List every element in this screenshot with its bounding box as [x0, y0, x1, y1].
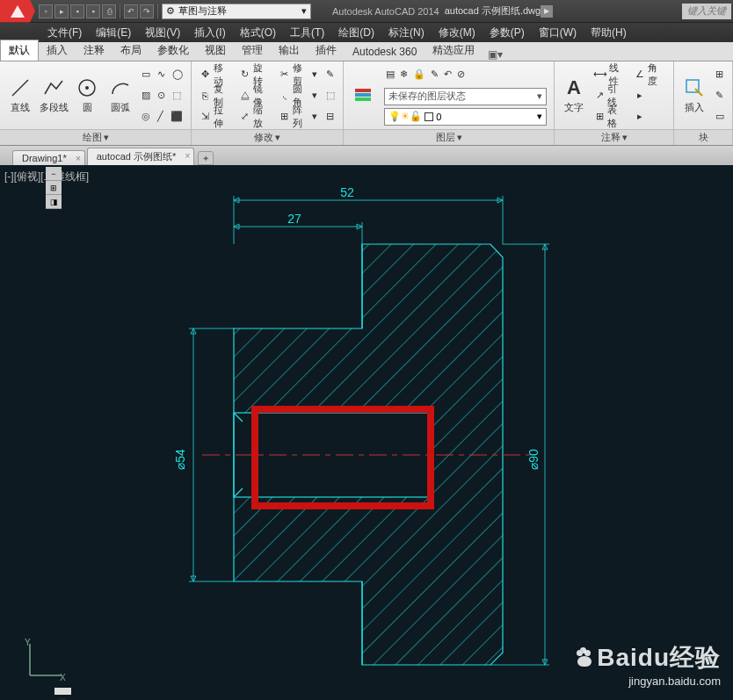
arc-button[interactable]: 圆弧: [104, 75, 137, 116]
leader-button[interactable]: ↗引线: [591, 86, 628, 105]
attr-block-icon[interactable]: ▭: [713, 107, 727, 126]
menu-tools[interactable]: 工具(T): [283, 25, 331, 40]
file-tab-drawing1[interactable]: Drawing1*×: [12, 150, 85, 165]
title-play-icon[interactable]: ▶: [541, 5, 553, 18]
qat-new-icon[interactable]: ▫: [39, 4, 53, 18]
linear-dim-button[interactable]: ⟷线性: [591, 65, 628, 84]
offset-icon[interactable]: ⊟: [323, 107, 337, 126]
create-block-icon[interactable]: ⊞: [713, 65, 727, 84]
layer-freeze-icon[interactable]: ❄: [398, 65, 410, 84]
menu-draw[interactable]: 绘图(D): [331, 25, 381, 40]
layer-iso-icon[interactable]: ▤: [384, 65, 396, 84]
leader2-icon[interactable]: ▸: [631, 86, 668, 105]
point-icon[interactable]: ⊙: [155, 86, 168, 105]
hatch-icon[interactable]: ▨: [139, 86, 153, 105]
explode-icon[interactable]: ⬚: [323, 86, 337, 105]
donut-icon[interactable]: ◎: [139, 107, 153, 126]
layer-off-icon[interactable]: ⊘: [455, 65, 467, 84]
move-button[interactable]: ✥移动: [197, 65, 233, 84]
ribbon-tab-a360[interactable]: Autodesk 360: [345, 43, 425, 61]
angle-dim-button[interactable]: ∠角度: [631, 65, 668, 84]
trim-button[interactable]: ✂修剪 ▾: [277, 65, 321, 84]
drawing-area[interactable]: [-][俯视][二维线框] − ⊞ ◨: [0, 165, 733, 700]
layer-state-dropdown[interactable]: 未保存的图层状态▾: [384, 88, 547, 105]
ribbon-tab-output[interactable]: 输出: [271, 40, 308, 61]
table2-icon[interactable]: ▸: [631, 107, 668, 126]
panel-annotation-title[interactable]: 注释 ▾: [555, 129, 673, 145]
drawing-canvas[interactable]: 52 27 ⌀54 ⌀90: [0, 165, 733, 700]
panel-modify-title[interactable]: 修改 ▾: [192, 129, 343, 145]
menu-dim[interactable]: 标注(N): [381, 25, 432, 40]
menu-insert[interactable]: 插入(I): [187, 25, 232, 40]
region-icon[interactable]: ⬚: [170, 86, 184, 105]
menu-edit[interactable]: 编辑(E): [89, 25, 138, 40]
scale-button[interactable]: ⤢缩放: [236, 107, 272, 126]
misc-icon[interactable]: ⬛: [168, 107, 185, 126]
panel-draw-title[interactable]: 绘图 ▾: [0, 129, 191, 145]
menu-window[interactable]: 窗口(W): [532, 25, 584, 40]
xline-icon[interactable]: ╱: [155, 107, 166, 126]
svg-rect-3: [355, 89, 371, 92]
qat-redo-icon[interactable]: ↷: [140, 4, 154, 18]
ellipse-icon[interactable]: ◯: [170, 65, 185, 84]
close-icon[interactable]: ×: [185, 151, 190, 161]
ribbon-tab-layout[interactable]: 布局: [112, 40, 149, 61]
layer-dropdown[interactable]: 💡☀🔓 0▾: [384, 108, 547, 126]
insert-block-button[interactable]: 插入: [678, 75, 711, 116]
stretch-button[interactable]: ⇲拉伸: [197, 107, 233, 126]
ribbon-tab-annotate[interactable]: 注释: [76, 40, 112, 61]
qat-saveas-icon[interactable]: ▪: [86, 4, 100, 18]
layer-prev-icon[interactable]: ↶: [442, 65, 454, 84]
menu-param[interactable]: 参数(P): [483, 25, 532, 40]
svg-rect-15: [255, 409, 431, 506]
ribbon-tabs: 默认 插入 注释 布局 参数化 视图 管理 输出 插件 Autodesk 360…: [0, 42, 733, 61]
copy-button[interactable]: ⎘复制: [197, 86, 233, 105]
ribbon-expand-icon[interactable]: ▣▾: [488, 48, 503, 61]
menu-help[interactable]: 帮助(H): [584, 25, 634, 40]
paw-icon: [574, 649, 595, 670]
qat-open-icon[interactable]: ▸: [54, 4, 69, 18]
text-button[interactable]: A文字: [558, 75, 589, 116]
ribbon-tab-view[interactable]: 视图: [197, 40, 234, 61]
line-button[interactable]: 直线: [4, 75, 37, 116]
spline-icon[interactable]: ∿: [155, 65, 168, 84]
menu-bar: 文件(F) 编辑(E) 视图(V) 插入(I) 格式(O) 工具(T) 绘图(D…: [0, 23, 733, 42]
rotate-button[interactable]: ↻旋转: [236, 65, 272, 84]
file-tab-sample[interactable]: autocad 示例图纸*×: [87, 148, 194, 165]
new-tab-icon[interactable]: ✦: [198, 151, 214, 165]
edit-block-icon[interactable]: ✎: [713, 86, 727, 105]
erase-icon[interactable]: ✎: [323, 65, 337, 84]
ribbon-tab-insert[interactable]: 插入: [39, 40, 76, 61]
app-logo[interactable]: [0, 0, 35, 23]
panel-block-title[interactable]: 块: [674, 129, 732, 145]
circle-button[interactable]: 圆: [70, 75, 104, 116]
close-icon[interactable]: ×: [76, 154, 81, 163]
ribbon-tab-featured[interactable]: 精选应用: [425, 40, 483, 61]
ribbon-tab-default[interactable]: 默认: [0, 40, 39, 61]
qat-save-icon[interactable]: ▪: [70, 4, 84, 18]
layer-match-icon[interactable]: ✎: [429, 65, 440, 84]
mirror-button[interactable]: ⧋镜像: [236, 86, 272, 105]
side-palette-label[interactable]: 计提要: [54, 688, 71, 695]
array-button[interactable]: ⊞阵列 ▾: [277, 107, 321, 126]
rect-icon[interactable]: ▭: [139, 65, 153, 84]
table-button[interactable]: ⊞表格: [591, 107, 628, 126]
menu-view[interactable]: 视图(V): [138, 25, 187, 40]
layer-properties-button[interactable]: [347, 82, 381, 110]
infocenter-search[interactable]: 键入关键: [682, 4, 731, 19]
ribbon-tab-manage[interactable]: 管理: [234, 40, 271, 61]
qat-print-icon[interactable]: ⎙: [102, 4, 116, 18]
dim-27: 27: [287, 212, 301, 226]
ribbon-tab-param[interactable]: 参数化: [149, 40, 197, 61]
fillet-button[interactable]: ◟圆角 ▾: [277, 86, 321, 105]
menu-format[interactable]: 格式(O): [233, 25, 283, 40]
dim-d90: ⌀90: [526, 449, 541, 470]
qat-undo-icon[interactable]: ↶: [124, 4, 138, 18]
polyline-button[interactable]: 多段线: [37, 75, 70, 116]
menu-modify[interactable]: 修改(M): [432, 25, 483, 40]
panel-layer-title[interactable]: 图层 ▾: [344, 129, 554, 145]
workspace-dropdown[interactable]: ⚙ 草图与注释 ▾: [162, 4, 311, 19]
menu-file[interactable]: 文件(F): [40, 25, 89, 40]
ribbon-tab-plugin[interactable]: 插件: [308, 40, 345, 61]
layer-lock-icon[interactable]: 🔒: [411, 65, 427, 84]
